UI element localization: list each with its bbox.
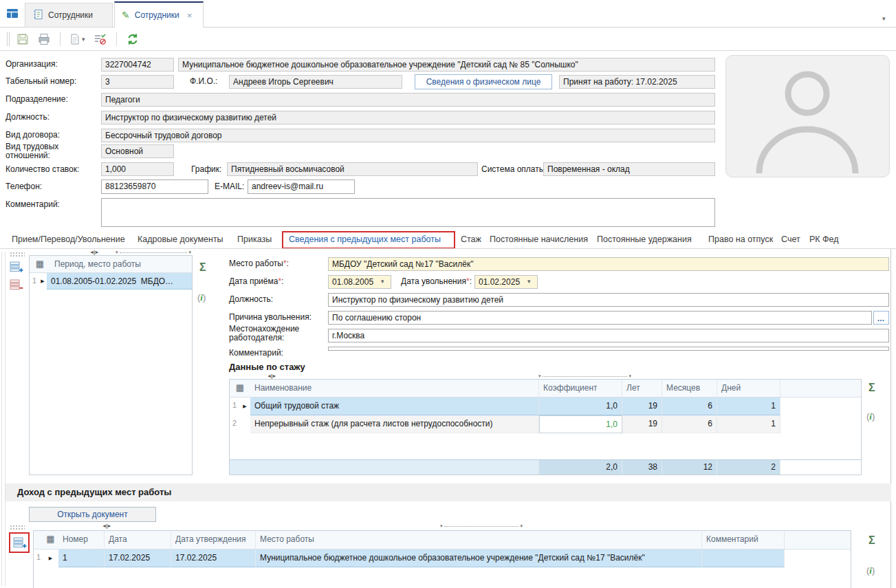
report-document-button[interactable]: ▾ (68, 32, 87, 47)
header-name[interactable]: Наименование (250, 380, 539, 397)
grid-corner-icon[interactable]: ▦ (30, 256, 50, 272)
table-row[interactable]: 2 Непрерывный стаж (для расчета листов н… (230, 415, 861, 433)
cell-name[interactable]: Непрерывный стаж (для расчета листов нет… (250, 415, 539, 433)
toolbar-grip[interactable] (7, 32, 10, 46)
cell-approve-date[interactable]: 17.02.2025 (171, 549, 256, 567)
list-row-value[interactable]: 01.08.2005-01.02.2025 МБДО… (47, 273, 192, 290)
cell-days[interactable]: 1 (717, 415, 780, 433)
header-number[interactable]: Номер (58, 531, 105, 549)
reason-lookup-button[interactable]: ••• (873, 311, 889, 325)
hire-date-caret-icon[interactable]: ▾ (381, 278, 384, 285)
pay-system-field[interactable]: Повременная - оклад (543, 162, 715, 176)
header-comment[interactable]: Комментарий (702, 531, 785, 549)
cell-date[interactable]: 17.02.2025 (105, 549, 171, 567)
tab-employees-list[interactable]: Сотрудники (25, 3, 113, 28)
org-inn-field[interactable]: 3227004742 (101, 58, 174, 72)
place-field[interactable]: МБДОУ "Детский сад №17 "Василёк" (328, 257, 889, 271)
tab-previous-jobs-info[interactable]: Сведения с предыдущих мест работы (289, 235, 441, 244)
cell-years[interactable]: 19 (622, 415, 662, 433)
column-width-slider[interactable]: ▾▾ (440, 523, 523, 529)
print-button[interactable] (36, 31, 52, 47)
tab-account[interactable]: Счет (781, 235, 800, 244)
tab-number-field[interactable]: 3 (101, 75, 174, 89)
department-field[interactable]: Педагоги (101, 93, 715, 107)
list-row[interactable]: 1 ▶ 01.08.2005-01.02.2025 МБДО… (30, 273, 192, 290)
close-icon[interactable]: × (187, 10, 193, 21)
cell-coeff[interactable]: 1,0 (539, 398, 622, 415)
sum-toggle-button[interactable]: Σ (199, 261, 206, 274)
tab-orders[interactable]: Приказы (237, 235, 272, 244)
rate-field[interactable]: 1,000 (101, 162, 174, 176)
grid-corner-icon[interactable]: ▦ (43, 531, 58, 549)
employer-location-field[interactable]: г.Москва (328, 329, 889, 342)
header-date[interactable]: Дата (105, 531, 171, 549)
tab-list-chevron-icon[interactable]: ▾ (882, 15, 886, 22)
prev-position-field[interactable]: Инструктор по физическому развитию детей (328, 293, 889, 307)
tab-vacation-right[interactable]: Право на отпуск (708, 235, 773, 244)
tab-rk-fed[interactable]: РК Фед (809, 235, 839, 244)
dismiss-reason-field[interactable]: По соглашению сторон (328, 311, 872, 325)
refresh-button[interactable] (124, 31, 141, 47)
header-years[interactable]: Лет (622, 380, 662, 397)
column-resize-handle[interactable]: ◄||► (89, 250, 99, 254)
table-row[interactable]: 1 ▶ 1 17.02.2025 17.02.2025 Муниципально… (34, 549, 851, 567)
tab-hr-documents[interactable]: Кадровые документы (138, 235, 223, 244)
fio-field[interactable]: Андреев Игорь Сергеевич (229, 75, 402, 89)
info-button[interactable]: (i) (866, 565, 875, 576)
open-document-button[interactable]: Открыть документ (29, 507, 156, 522)
person-info-button[interactable]: Сведения о физическом лице (415, 74, 552, 89)
dismiss-reason-label: Причина увольнения: (229, 313, 312, 322)
info-button[interactable]: (i) (197, 292, 206, 303)
tab-employees-edit[interactable]: ✎ Сотрудники × (114, 1, 204, 28)
relation-field[interactable]: Основной (101, 144, 174, 158)
header-approve-date[interactable]: Дата утверждения (171, 531, 256, 549)
column-resize-handle[interactable]: ◄||► (267, 373, 276, 378)
slider-caret-icon: ▾ (538, 373, 541, 379)
column-resize-handle[interactable]: ◄||► (102, 523, 111, 528)
cell-years[interactable]: 19 (622, 398, 662, 415)
phone-field[interactable]: 88123659870 (101, 179, 208, 194)
cell-name[interactable]: Общий трудовой стаж (250, 398, 539, 415)
tab-hire-transfer-dismiss[interactable]: Прием/Перевод/Увольнение (12, 235, 125, 244)
email-field[interactable]: andreev-is@mail.ru (248, 179, 355, 194)
header-days[interactable]: Дней (717, 380, 780, 397)
position-field[interactable]: Инструктор по физическому развитию детей (101, 111, 715, 124)
cell-coeff-editable[interactable]: 1,0 (539, 415, 622, 433)
cell-months[interactable]: 6 (662, 398, 717, 415)
delete-row-button[interactable] (9, 279, 23, 294)
grid-toolbar-grip[interactable] (10, 525, 25, 530)
table-row[interactable]: 1 ▶ Общий трудовой стаж 1,0 19 6 1 (230, 398, 861, 415)
info-button[interactable]: (i) (866, 411, 875, 422)
employee-photo-placeholder[interactable] (725, 55, 890, 177)
cell-number[interactable]: 1 (58, 549, 105, 567)
chevron-down-icon[interactable]: ▾ (82, 36, 85, 43)
home-tab[interactable] (2, 3, 23, 25)
prev-comment-field[interactable] (328, 347, 889, 351)
org-name-field[interactable]: Муниципальное бюджетное дошкольное образ… (178, 58, 715, 72)
comment-field[interactable] (101, 198, 715, 227)
sum-toggle-button[interactable]: Σ (868, 382, 875, 394)
contract-field[interactable]: Бессрочный трудовой договор (101, 129, 715, 142)
grid-corner-icon[interactable]: ▦ (230, 380, 250, 397)
header-coeff[interactable]: Коэффициент (539, 380, 622, 397)
header-place[interactable]: Место работы (256, 531, 702, 549)
cell-months[interactable]: 6 (662, 415, 717, 433)
cell-comment[interactable] (702, 549, 785, 567)
grid-toolbar-grip[interactable] (10, 252, 25, 257)
tab-permanent-accruals[interactable]: Постоянные начисления (490, 235, 588, 244)
check-cancel-button[interactable] (91, 31, 109, 47)
tab-seniority[interactable]: Стаж (461, 235, 481, 244)
dismiss-date-caret-icon[interactable]: ▾ (527, 278, 531, 285)
column-width-slider[interactable]: ▾▾ (116, 250, 191, 255)
column-width-slider[interactable]: ▾▾ (538, 373, 631, 379)
header-months[interactable]: Месяцев (662, 380, 717, 397)
tab-permanent-deductions[interactable]: Постоянные удержания (597, 235, 692, 244)
list-header-period[interactable]: Период, место работы (50, 256, 192, 272)
add-row-button[interactable] (12, 536, 27, 552)
save-button[interactable] (14, 31, 31, 47)
add-row-button[interactable] (9, 261, 23, 276)
sum-toggle-button[interactable]: Σ (868, 534, 875, 547)
cell-place[interactable]: Муниципальное бюджетное дошкольное образ… (256, 549, 702, 567)
schedule-field[interactable]: Пятидневный восьмичасовой (227, 162, 478, 176)
cell-days[interactable]: 1 (717, 398, 780, 415)
